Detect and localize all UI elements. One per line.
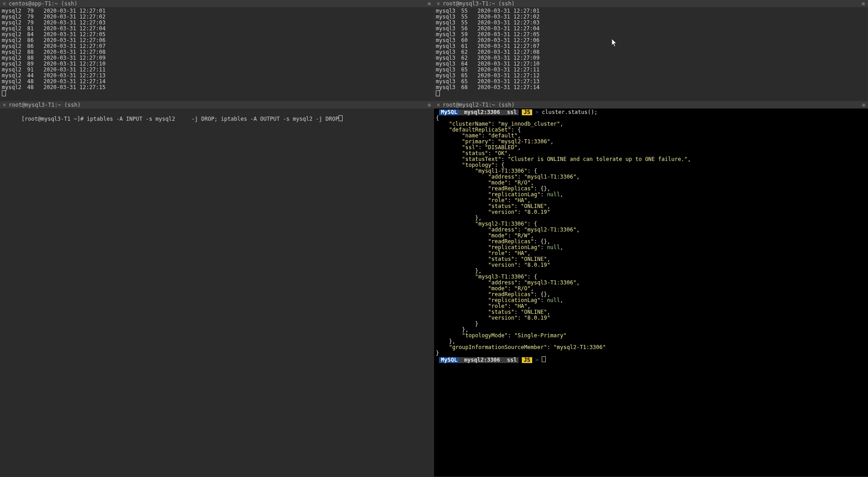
prompt-arrow-icon: >	[535, 109, 539, 115]
pane-bottom-right[interactable]: × root@mysql2-T1:~ (ssh) ≡ MySQL mysql2:…	[434, 101, 868, 477]
tabbar-bottom-left: × root@mysql3-T1:~ (ssh) ≡	[0, 101, 434, 109]
pane-top-left[interactable]: × centos@app-T1:~ (ssh) ≡ mysql2792020-0…	[0, 0, 434, 101]
menu-icon[interactable]: ≡	[862, 0, 865, 7]
tmux-screen: × centos@app-T1:~ (ssh) ≡ mysql2792020-0…	[0, 0, 868, 477]
tabbar-top-right: × root@mysql3-T1:~ (ssh) ≡	[434, 0, 868, 7]
close-icon[interactable]: ×	[0, 0, 9, 7]
mouse-pointer-icon	[612, 39, 618, 48]
terminal-top-right[interactable]: mysql3552020-03-31 12:27:01mysql3552020-…	[434, 7, 868, 101]
tabbar-bottom-right: × root@mysql2-T1:~ (ssh) ≡	[434, 101, 868, 109]
menu-icon[interactable]: ≡	[428, 0, 431, 7]
close-icon[interactable]: ×	[434, 0, 443, 7]
connection-badge: mysql2:3306	[459, 109, 505, 115]
tab-title[interactable]: centos@app-T1:~ (ssh)	[9, 0, 77, 7]
ssl-badge: ssl	[505, 357, 519, 363]
log-row: mysql3682020-03-31 12:27:14	[436, 85, 866, 90]
json-output: { "clusterName": "my_innodb_cluster", "d…	[436, 115, 694, 356]
ssl-badge: ssl	[505, 109, 519, 115]
mysql-badge: MySQL	[439, 109, 459, 115]
cursor-icon	[542, 356, 546, 362]
menu-icon[interactable]: ≡	[428, 102, 431, 108]
terminal-top-left[interactable]: mysql2792020-03-31 12:27:01mysql2792020-…	[0, 7, 434, 101]
tab-title[interactable]: root@mysql3-T1:~ (ssh)	[443, 0, 515, 7]
tab-title[interactable]: root@mysql3-T1:~ (ssh)	[9, 102, 81, 108]
pane-bottom-left[interactable]: × root@mysql3-T1:~ (ssh) ≡ [root@mysql3-…	[0, 101, 434, 477]
prompt-arrow-icon: >	[535, 357, 539, 363]
js-badge: JS	[522, 109, 532, 115]
tab-title[interactable]: root@mysql2-T1:~ (ssh)	[443, 102, 515, 108]
close-icon[interactable]: ×	[434, 102, 443, 108]
mysql-badge: MySQL	[439, 357, 459, 363]
cursor-icon	[436, 90, 440, 96]
log-row: mysql2482020-03-31 12:27:15	[2, 85, 432, 90]
close-icon[interactable]: ×	[0, 102, 9, 108]
shell-prompt: [root@mysql3-T1 ~]#	[21, 116, 87, 122]
terminal-bottom-left[interactable]: [root@mysql3-T1 ~]# iptables -A INPUT -s…	[0, 109, 434, 477]
tabbar-top-left: × centos@app-T1:~ (ssh) ≡	[0, 0, 434, 7]
pane-top-right[interactable]: × root@mysql3-T1:~ (ssh) ≡ mysql3552020-…	[434, 0, 868, 101]
menu-icon[interactable]: ≡	[862, 102, 865, 108]
shell-command: cluster.status();	[542, 109, 597, 115]
cursor-icon	[339, 115, 343, 121]
shell-command: iptables -A INPUT -s mysql2 -j DROP; ipt…	[87, 116, 339, 122]
connection-badge: mysql2:3306	[459, 357, 505, 363]
js-badge: JS	[522, 357, 532, 363]
svg-marker-0	[612, 39, 616, 47]
cursor-icon	[2, 90, 6, 96]
terminal-bottom-right[interactable]: MySQL mysql2:3306 ssl JS > cluster.statu…	[434, 109, 868, 477]
